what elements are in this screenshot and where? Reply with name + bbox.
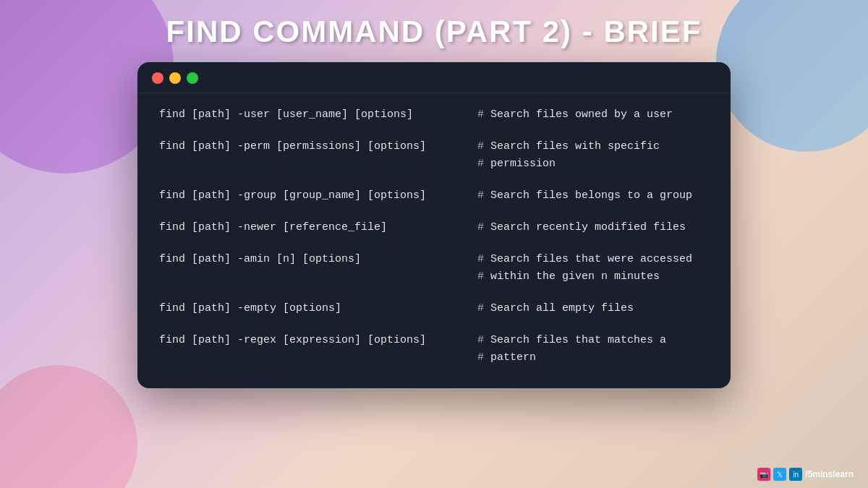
comment-text-1: # Search files owned by a user	[477, 106, 709, 124]
command-text-2: find [path] -perm [permissions] [options…	[159, 138, 477, 155]
comment-text-7: # Search files that matches a# pattern	[477, 332, 709, 367]
social-handle: /5minslearn	[805, 469, 854, 479]
linkedin-icon: in	[789, 468, 802, 481]
command-text-5: find [path] -amin [n] [options]	[159, 251, 477, 268]
comment-text-5: # Search files that were accessed# withi…	[477, 251, 709, 286]
command-text-1: find [path] -user [user_name] [options]	[159, 106, 477, 124]
command-row-2: find [path] -perm [permissions] [options…	[159, 131, 709, 180]
dot-red	[152, 72, 163, 84]
terminal-header	[137, 62, 731, 93]
page-wrapper: FIND COMMAND (PART 2) - BRIEF find [path…	[0, 0, 868, 488]
command-row-3: find [path] -group [group_name] [options…	[159, 180, 709, 212]
comment-text-2: # Search files with specific# permission	[477, 138, 709, 173]
command-row-4: find [path] -newer [reference_file] # Se…	[159, 212, 709, 244]
command-text-6: find [path] -empty [options]	[159, 300, 477, 317]
footer-bar: 📷 𝕏 in /5minslearn	[757, 468, 854, 481]
command-row-1: find [path] -user [user_name] [options] …	[159, 99, 709, 131]
command-text-3: find [path] -group [group_name] [options…	[159, 187, 477, 205]
terminal-window: find [path] -user [user_name] [options] …	[137, 62, 731, 388]
command-row-7: find [path] -regex [expression] [options…	[159, 325, 709, 374]
dot-yellow	[169, 72, 181, 84]
command-text-4: find [path] -newer [reference_file]	[159, 219, 477, 236]
comment-text-6: # Search all empty files	[477, 300, 709, 317]
comment-text-4: # Search recently modified files	[477, 219, 709, 236]
command-row-5: find [path] -amin [n] [options] # Search…	[159, 244, 709, 293]
instagram-icon: 📷	[757, 468, 770, 481]
command-row-6: find [path] -empty [options] # Search al…	[159, 293, 709, 325]
twitter-icon: 𝕏	[773, 468, 786, 481]
command-text-7: find [path] -regex [expression] [options…	[159, 332, 477, 349]
terminal-body: find [path] -user [user_name] [options] …	[137, 93, 731, 374]
dot-green	[187, 72, 198, 84]
comment-text-3: # Search files belongs to a group	[477, 187, 709, 205]
page-title: FIND COMMAND (PART 2) - BRIEF	[166, 14, 702, 49]
